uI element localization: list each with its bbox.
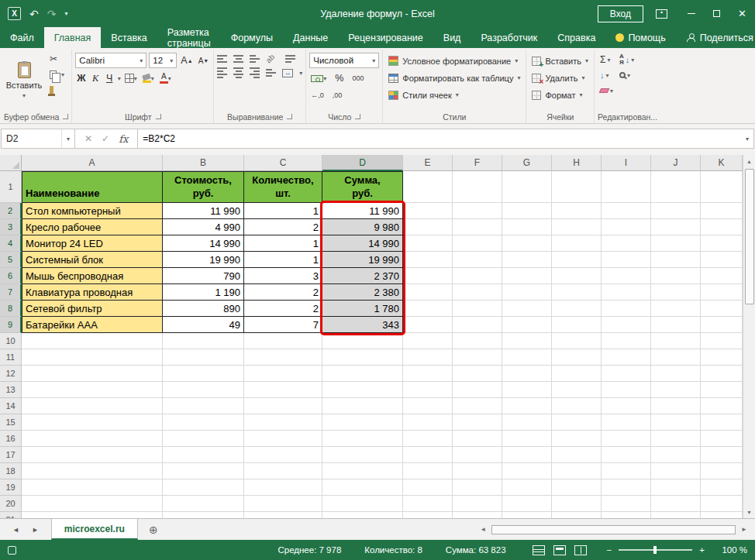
- cell-E17[interactable]: [403, 447, 453, 463]
- cell-A10[interactable]: [22, 333, 163, 349]
- cell-H15[interactable]: [552, 414, 602, 431]
- cell-D4[interactable]: 14 990: [322, 235, 403, 252]
- cell-J20[interactable]: [651, 496, 701, 512]
- cell-H2[interactable]: [552, 203, 602, 219]
- cell-J19[interactable]: [651, 479, 701, 496]
- row-header-20[interactable]: 20: [0, 496, 22, 512]
- cell-A4[interactable]: Монитор 24 LED: [22, 235, 163, 252]
- row-header-6[interactable]: 6: [0, 268, 22, 284]
- cell-D11[interactable]: [322, 349, 403, 366]
- bold-button[interactable]: Ж: [75, 71, 87, 85]
- cell-B19[interactable]: [163, 479, 244, 496]
- cell-A8[interactable]: Сетевой фильтр: [22, 301, 163, 317]
- name-box-dropdown-icon[interactable]: ▾: [67, 136, 70, 143]
- cell-I15[interactable]: [602, 414, 651, 431]
- cell-I18[interactable]: [602, 463, 651, 479]
- cell-B4[interactable]: 14 990: [163, 235, 244, 252]
- cell-F3[interactable]: [453, 219, 502, 235]
- cell-G5[interactable]: [502, 252, 552, 268]
- cell-I17[interactable]: [602, 447, 651, 463]
- ribbon-display-options-icon[interactable]: ▴: [656, 9, 667, 19]
- share-button[interactable]: Поделиться: [676, 27, 755, 48]
- close-button[interactable]: ✕: [729, 0, 755, 27]
- scroll-down-icon[interactable]: ▼: [743, 506, 755, 518]
- customize-toolbar-icon[interactable]: ▾: [64, 10, 67, 17]
- cell-J10[interactable]: [651, 333, 701, 349]
- cell-D15[interactable]: [322, 414, 403, 431]
- comma-style-button[interactable]: 000: [350, 71, 365, 85]
- cell-H19[interactable]: [552, 479, 602, 496]
- tab-review[interactable]: Рецензирование: [338, 27, 433, 48]
- conditional-formatting-button[interactable]: Условное форматирование▾: [386, 53, 522, 69]
- tab-insert[interactable]: Вставка: [101, 27, 157, 48]
- cell-F1[interactable]: [453, 171, 502, 203]
- cell-E3[interactable]: [403, 219, 453, 235]
- cell-B2[interactable]: 11 990: [163, 203, 244, 219]
- cell-E9[interactable]: [403, 317, 453, 333]
- cell-H1[interactable]: [552, 171, 602, 203]
- expand-formula-bar-icon[interactable]: ▾: [746, 136, 749, 143]
- cell-H17[interactable]: [552, 447, 602, 463]
- font-dialog-launcher-icon[interactable]: [156, 114, 161, 119]
- cell-G2[interactable]: [502, 203, 552, 219]
- cell-H9[interactable]: [552, 317, 602, 333]
- cell-K9[interactable]: [701, 317, 743, 333]
- alignment-dialog-launcher-icon[interactable]: [287, 114, 292, 119]
- cell-H5[interactable]: [552, 252, 602, 268]
- tab-developer[interactable]: Разработчик: [471, 27, 547, 48]
- cell-D17[interactable]: [322, 447, 403, 463]
- cell-K6[interactable]: [701, 268, 743, 284]
- cell-B6[interactable]: 790: [163, 268, 244, 284]
- cell-G13[interactable]: [502, 382, 552, 398]
- cell-F19[interactable]: [453, 479, 502, 496]
- cell-G12[interactable]: [502, 366, 552, 382]
- cell-A11[interactable]: [22, 349, 163, 366]
- cell-F11[interactable]: [453, 349, 502, 366]
- cell-H8[interactable]: [552, 301, 602, 317]
- zoom-out-icon[interactable]: −: [607, 545, 612, 555]
- cell-E6[interactable]: [403, 268, 453, 284]
- cell-B11[interactable]: [163, 349, 244, 366]
- cell-K20[interactable]: [701, 496, 743, 512]
- cell-E4[interactable]: [403, 235, 453, 252]
- cell-I10[interactable]: [602, 333, 651, 349]
- cell-G8[interactable]: [502, 301, 552, 317]
- merge-center-button[interactable]: ↔: [282, 69, 293, 77]
- cell-B21[interactable]: [163, 512, 244, 518]
- cell-C7[interactable]: 2: [244, 284, 322, 301]
- cell-D5[interactable]: 19 990: [322, 252, 403, 268]
- align-bottom-icon[interactable]: [250, 55, 260, 63]
- cell-E10[interactable]: [403, 333, 453, 349]
- cell-J3[interactable]: [651, 219, 701, 235]
- tab-data[interactable]: Данные: [283, 27, 338, 48]
- cell-G10[interactable]: [502, 333, 552, 349]
- cell-H4[interactable]: [552, 235, 602, 252]
- cell-F10[interactable]: [453, 333, 502, 349]
- column-header-C[interactable]: C: [244, 155, 322, 171]
- percent-style-button[interactable]: %: [333, 71, 345, 85]
- cell-E19[interactable]: [403, 479, 453, 496]
- cell-F21[interactable]: [453, 512, 502, 518]
- cell-C4[interactable]: 1: [244, 235, 322, 252]
- cell-J15[interactable]: [651, 414, 701, 431]
- cell-J6[interactable]: [651, 268, 701, 284]
- align-right-icon[interactable]: [250, 67, 260, 78]
- cell-C3[interactable]: 2: [244, 219, 322, 235]
- cell-G6[interactable]: [502, 268, 552, 284]
- decrease-font-button[interactable]: А▼: [197, 53, 211, 67]
- cell-I20[interactable]: [602, 496, 651, 512]
- cell-B12[interactable]: [163, 366, 244, 382]
- redo-button[interactable]: ↷: [47, 8, 57, 20]
- cell-D6[interactable]: 2 370: [322, 268, 403, 284]
- next-sheet-icon[interactable]: ►: [32, 526, 39, 534]
- cell-G18[interactable]: [502, 463, 552, 479]
- cell-C21[interactable]: [244, 512, 322, 518]
- cell-G11[interactable]: [502, 349, 552, 366]
- cell-A19[interactable]: [22, 479, 163, 496]
- cell-C12[interactable]: [244, 366, 322, 382]
- cell-C19[interactable]: [244, 479, 322, 496]
- column-header-E[interactable]: E: [403, 155, 453, 171]
- cell-C10[interactable]: [244, 333, 322, 349]
- cell-C15[interactable]: [244, 414, 322, 431]
- excel-app-icon[interactable]: X: [8, 7, 21, 20]
